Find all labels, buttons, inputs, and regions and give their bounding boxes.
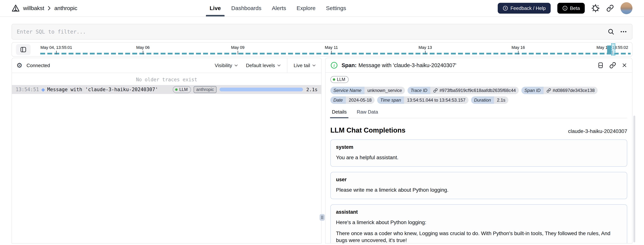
tick-label: May 09 [231, 45, 244, 50]
message-role: assistant [336, 209, 622, 215]
sidebar-toggle-button[interactable] [16, 44, 30, 55]
logfire-logo-icon [12, 4, 20, 12]
timeline-selection[interactable] [611, 44, 615, 55]
message-text: Here's a limerick about Python logging: [336, 219, 622, 226]
traces-panel: ⚙ Connected Visibility Default levels Li… [12, 58, 322, 243]
default-levels-dropdown[interactable]: Default levels [242, 63, 285, 68]
info-circle-icon: i [330, 62, 338, 69]
copy-link-icon[interactable] [609, 62, 616, 69]
span-details-panel: i Span:Message with 'claude-3-haiku-2024… [325, 58, 632, 243]
span-attributes: Service Name unknown_service Trace ID #9… [330, 87, 627, 104]
span-tabs: Details Raw Data [330, 109, 627, 118]
beta-label: Beta [570, 6, 580, 11]
tick-label: May 04, 13:55:01 [40, 45, 72, 50]
gear-icon[interactable]: ⚙ [16, 62, 22, 69]
span-duration-bar [220, 88, 303, 91]
span-diamond-icon: ◆ [41, 87, 45, 92]
trace-time: 13:54:51 [16, 87, 39, 92]
message-text: Please write me a limerick about Python … [336, 187, 622, 193]
sql-filter-bar [12, 24, 632, 40]
timeline-histogram-bar [607, 46, 612, 55]
traces-panel-header: ⚙ Connected Visibility Default levels Li… [12, 58, 321, 73]
breadcrumb-chevron-icon [48, 6, 51, 11]
scrollbar-thumb[interactable] [634, 116, 635, 242]
sql-filter-input[interactable] [17, 29, 608, 35]
beta-button[interactable]: i Beta [557, 3, 585, 14]
share-link-icon[interactable] [606, 5, 614, 12]
message-card-system: system You are a helpful assistant. [330, 139, 627, 167]
svg-text:?: ? [504, 7, 506, 10]
trace-title: Message with 'claude-3-haiku-20240307' [47, 87, 158, 92]
split-panel-icon[interactable] [598, 62, 604, 68]
attr-time-span: Time span 13:54:51.044 to 13:54:53.157 [377, 96, 468, 104]
attr-service-name: Service Name unknown_service [330, 87, 405, 94]
svg-text:i: i [564, 7, 565, 10]
search-icon[interactable] [608, 28, 614, 35]
user-avatar[interactable] [620, 2, 632, 14]
green-dot-icon [333, 78, 335, 81]
chevron-down-icon [234, 64, 238, 67]
span-kind-label: Span: [342, 62, 357, 68]
no-older-traces-message: No older traces exist [12, 73, 321, 85]
chevron-down-icon [277, 64, 281, 67]
span-title: Span:Message with 'claude-3-haiku-202403… [342, 62, 456, 68]
timeline: May 04, 13:55:01 May 06 May 09 May 11 Ma… [12, 42, 632, 57]
svg-text:i: i [334, 63, 335, 68]
chevron-down-icon [312, 64, 316, 67]
nav-tab-live[interactable]: Live [204, 0, 226, 17]
nav-tab-alerts[interactable]: Alerts [267, 0, 292, 17]
tick-label: May 13 [418, 45, 432, 50]
breadcrumb-project[interactable]: anthropic [54, 5, 77, 11]
main-nav: Live Dashboards Alerts Explore Settings [204, 0, 352, 17]
tick-label: May 16 [512, 45, 525, 50]
llm-tag-badge: LLM [173, 86, 191, 93]
more-options-icon[interactable] [620, 30, 627, 33]
attr-trace-id: Trace ID #973fba5919cf9c618aafdb2635f68c… [408, 87, 519, 94]
nav-tab-dashboards[interactable]: Dashboards [226, 0, 267, 17]
panel-resize-handle[interactable] [320, 214, 325, 221]
theme-toggle-icon[interactable] [592, 4, 600, 12]
trace-duration: 2.1s [306, 87, 318, 92]
app-header: willbakst anthropic Live Dashboards Aler… [0, 0, 644, 17]
section-title: LLM Chat Completions [330, 126, 406, 134]
message-text: You are a helpful assistant. [336, 154, 622, 161]
question-circle-icon: ? [502, 6, 508, 11]
message-card-assistant: assistant Here's a limerick about Python… [330, 204, 627, 243]
live-tail-dropdown[interactable]: Live tail [287, 58, 317, 73]
default-levels-label: Default levels [246, 63, 275, 68]
message-text: There once was a coder who knew, Logging… [336, 230, 622, 243]
tab-raw-data[interactable]: Raw Data [356, 109, 378, 118]
header-actions: ? Feedback / Help i Beta [498, 2, 632, 14]
live-tail-label: Live tail [294, 63, 310, 68]
link-icon [546, 88, 551, 93]
timeline-dashed-track [40, 53, 630, 55]
tab-details[interactable]: Details [332, 109, 347, 118]
attr-span-id: Span ID #d08697de343ce138 [522, 87, 598, 94]
message-role: user [336, 177, 622, 182]
feedback-help-label: Feedback / Help [510, 6, 546, 11]
message-role: system [336, 144, 622, 150]
tick-label: May 06 [136, 45, 150, 50]
attr-date: Date 2024-05-18 [330, 96, 374, 104]
trace-row[interactable]: 13:54:51 ◆ Message with 'claude-3-haiku-… [12, 85, 321, 94]
nav-tab-explore[interactable]: Explore [291, 0, 321, 17]
connection-status: Connected [26, 63, 50, 68]
message-card-user: user Please write me a limerick about Py… [330, 172, 627, 199]
model-name: claude-3-haiku-20240307 [568, 128, 627, 134]
green-dot-icon [175, 88, 178, 91]
visibility-dropdown[interactable]: Visibility [210, 63, 242, 68]
info-circle-icon: i [562, 6, 568, 11]
llm-tag-badge: LLM [330, 76, 349, 83]
close-icon[interactable] [622, 63, 627, 68]
attr-duration: Duration 2.1s [471, 96, 508, 104]
provider-tag-badge: anthropic [194, 86, 216, 93]
visibility-label: Visibility [215, 63, 232, 68]
tick-label: May 11 [325, 45, 338, 50]
feedback-help-button[interactable]: ? Feedback / Help [498, 3, 550, 14]
breadcrumb: willbakst anthropic [12, 4, 77, 12]
breadcrumb-org[interactable]: willbakst [23, 5, 44, 11]
span-panel-header: i Span:Message with 'claude-3-haiku-2024… [326, 58, 632, 73]
nav-tab-settings[interactable]: Settings [321, 0, 351, 17]
link-icon [433, 88, 438, 93]
